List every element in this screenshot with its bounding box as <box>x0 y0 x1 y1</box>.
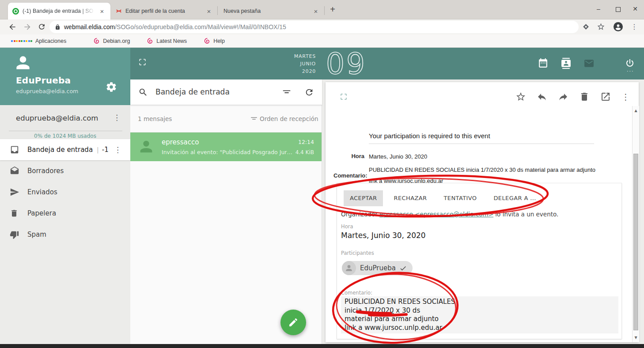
window-minimize-button[interactable]: – <box>593 5 604 12</box>
forward-icon[interactable] <box>558 91 568 102</box>
browser-menu-icon[interactable]: ⋮ <box>631 23 638 31</box>
search-icon <box>138 87 148 97</box>
delete-message-icon[interactable] <box>579 91 590 102</box>
window-close-button[interactable]: ✕ <box>630 5 640 12</box>
window-maximize-button[interactable] <box>616 7 621 12</box>
bookmark-latest-news[interactable]: Latest News <box>147 38 187 44</box>
mail-module-icon[interactable] <box>583 58 595 69</box>
organizer-prefix: Organizador <box>341 211 379 218</box>
sort-icon[interactable] <box>282 88 292 98</box>
sidebar-item-inbox[interactable]: Bandeja de entrada | -1 ⋮ <box>0 139 130 160</box>
organizer-email-link[interactable]: epressacco <epressacco@eldia.com> <box>379 211 493 218</box>
delegate-button[interactable]: DELEGAR A ... <box>487 190 542 206</box>
quota-text: 0% de 1024 MB usados <box>0 133 130 139</box>
tentative-button[interactable]: TENTATIVO <box>437 190 483 206</box>
mail-scrollbar[interactable]: ▲ ▼ <box>632 106 639 342</box>
sidebar-user-header: EduPrueba eduprueba@eldia.com <box>0 48 130 105</box>
bookmark-label: Latest News <box>156 38 187 44</box>
account-menu-icon[interactable]: ⋮ <box>113 113 121 122</box>
sidebar-item-spam[interactable]: Spam <box>0 224 130 245</box>
folder-menu-icon[interactable]: ⋮ <box>114 145 121 154</box>
forward-icon[interactable] <box>23 23 32 31</box>
folder-label: Bandeja de entrada <box>27 146 93 154</box>
sort-order-icon[interactable] <box>250 115 258 123</box>
date-month: JUNIO <box>263 60 316 68</box>
mailbox-search-bar[interactable]: Bandeja de entrada <box>130 79 322 105</box>
tab-new[interactable]: Nueva pestaña × <box>218 3 324 19</box>
trash-icon <box>10 209 20 218</box>
sidebar-item-trash[interactable]: Papelera <box>0 203 130 224</box>
participation-note: Your participation is required to this e… <box>369 132 490 140</box>
profile-avatar[interactable] <box>613 22 623 32</box>
refresh-icon[interactable] <box>304 87 314 97</box>
open-in-new-icon[interactable] <box>600 91 611 102</box>
field-row-hora: Hora Martes, Junio 30, 2020 <box>333 153 597 161</box>
unread-badge: -1 <box>102 146 109 154</box>
message-time: 12:14 <box>298 139 314 145</box>
sidebar-item-sent[interactable]: Enviados <box>0 182 130 203</box>
account-email: eduprueba@eldia.com <box>16 114 98 122</box>
expand-list-icon[interactable] <box>138 58 147 66</box>
tab-title: (-1) Bandeja de entrada | SO <box>23 8 95 14</box>
browser-address-bar: webmail.eldia.com/SOGo/so/eduprueba@eldi… <box>0 19 644 34</box>
message-size: 4.4 KiB <box>295 149 314 155</box>
bookmarks-bar: Aplicaciones Debian.org Latest News Help <box>0 34 644 48</box>
message-row[interactable]: epressacco 12:14 Invitación al evento: "… <box>130 132 322 161</box>
star-message-icon[interactable] <box>515 91 526 102</box>
folder-label: Enviados <box>27 188 57 196</box>
inbox-icon <box>10 145 20 155</box>
field-label: Hora <box>333 153 364 161</box>
settings-gear-icon[interactable] <box>106 81 117 93</box>
expand-mail-icon[interactable] <box>340 93 348 101</box>
sidebar-item-drafts[interactable]: Borradores <box>0 160 130 182</box>
tab-close-icon[interactable]: × <box>312 8 320 15</box>
scroll-up-icon[interactable]: ▲ <box>633 109 639 113</box>
participants-label: Participantes <box>341 250 374 256</box>
sort-order-label[interactable]: Orden de recepción <box>260 115 318 122</box>
date-year: 2020 <box>263 68 316 75</box>
compose-fab-button[interactable] <box>280 310 306 335</box>
tab-edit-profile[interactable]: Editar perfil de la cuenta × <box>111 3 217 19</box>
field-value: Martes, Junio 30, 2020 <box>369 153 597 161</box>
tab-close-icon[interactable]: × <box>205 8 213 15</box>
decline-button[interactable]: RECHAZAR <box>387 190 433 206</box>
scrollbar-thumb[interactable] <box>633 154 638 330</box>
mail-view-panel: ⋮ Your participation is required to this… <box>326 82 639 342</box>
url-domain: webmail.eldia.com <box>64 23 115 30</box>
note-divider <box>369 144 594 144</box>
tab-close-icon[interactable]: × <box>98 8 106 15</box>
back-icon[interactable] <box>8 23 17 31</box>
bookmark-apps[interactable]: Aplicaciones <box>11 38 66 44</box>
bookmark-star-icon[interactable] <box>597 23 605 31</box>
participant-chip[interactable]: EduPrueba <box>342 261 413 275</box>
accept-button[interactable]: ACEPTAR <box>344 190 383 206</box>
new-tab-button[interactable]: + <box>327 4 338 15</box>
scroll-down-icon[interactable]: ▼ <box>633 336 639 340</box>
folder-label: Spam <box>27 231 46 238</box>
send-icon <box>10 187 20 197</box>
eye-extension-icon[interactable] <box>582 23 590 30</box>
apps-grid-icon <box>11 40 32 42</box>
date-weekday: MARTES <box>263 53 316 60</box>
contacts-module-icon[interactable] <box>561 58 572 69</box>
bookmark-label: Help <box>213 38 225 44</box>
reply-icon[interactable] <box>537 91 547 102</box>
url-field[interactable]: webmail.eldia.com/SOGo/so/eduprueba@eldi… <box>49 21 579 33</box>
bookmark-debian[interactable]: Debian.org <box>93 38 130 44</box>
folder-label: Borradores <box>27 167 64 175</box>
reload-icon[interactable] <box>38 23 46 31</box>
bookmark-help[interactable]: Help <box>204 38 225 44</box>
tab-inbox[interactable]: (-1) Bandeja de entrada | SO × <box>8 3 110 19</box>
message-sender: epressacco <box>162 138 199 146</box>
quota-divider <box>9 131 122 131</box>
tab-divider <box>324 6 325 15</box>
folder-label: Papelera <box>27 209 56 217</box>
mail-more-icon[interactable]: ⋮ <box>621 91 630 102</box>
user-email: eduprueba@eldia.com <box>16 88 78 95</box>
calendar-module-icon[interactable] <box>538 58 549 69</box>
comment-box: PUBLICIDAD EN REDES SOCIALES inicia 1/7/… <box>341 296 618 333</box>
sender-avatar-icon <box>137 138 155 155</box>
tab-divider <box>217 6 218 15</box>
account-row[interactable]: eduprueba@eldia.com ⋮ 0% de 1024 MB usad… <box>0 105 130 139</box>
tab-title: Nueva pestaña <box>224 8 308 14</box>
